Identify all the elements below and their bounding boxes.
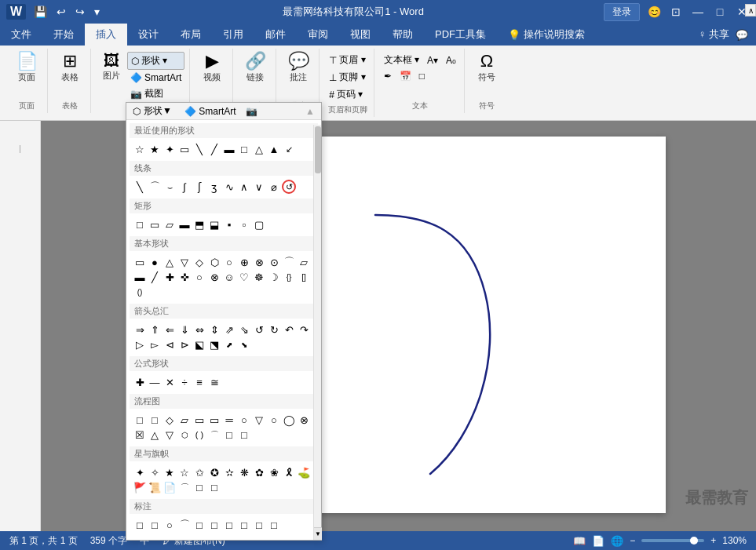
pages-button[interactable]: 📄 页面 xyxy=(11,50,42,86)
print-view-icon[interactable]: 📄 xyxy=(592,535,604,547)
shape-icon[interactable]: ✩ xyxy=(192,465,206,479)
screenshot-button[interactable]: 📷 截图 xyxy=(127,86,184,102)
link-button[interactable]: 🔗 链接 xyxy=(239,50,271,86)
shape-icon[interactable]: ⌒ xyxy=(177,518,192,532)
shape-icon[interactable]: ⇑ xyxy=(148,322,162,337)
shape-icon[interactable]: ⊕ xyxy=(237,255,251,269)
comments-icon[interactable]: 💬 xyxy=(736,29,748,41)
shape-icon[interactable]: □ xyxy=(237,142,251,156)
shape-icon[interactable]: ⬕ xyxy=(192,337,206,351)
pagenumber-button[interactable]: # 页码 ▾ xyxy=(326,86,366,103)
shape-icon[interactable]: □ xyxy=(237,428,251,442)
symbol-button[interactable]: Ω 符号 xyxy=(471,50,502,86)
textbox-button[interactable]: 文本框 ▾ xyxy=(381,52,422,68)
shape-icon[interactable]: ◇ xyxy=(163,413,177,427)
shape-icon[interactable]: ↺ xyxy=(252,322,266,337)
shape-icon[interactable]: ⊳ xyxy=(177,337,192,351)
shape-icon[interactable]: ▭ xyxy=(133,255,147,269)
shape-icon[interactable]: ▻ xyxy=(148,337,162,351)
shape-icon[interactable]: ▱ xyxy=(163,217,177,231)
minimize-icon[interactable]: — xyxy=(690,4,706,20)
table-button[interactable]: ⊞ 表格 xyxy=(54,50,86,86)
shape-icon[interactable]: ☒ xyxy=(133,428,147,442)
scroll-down-arrow[interactable]: ▼ xyxy=(314,527,322,540)
shape-icon[interactable]: ✿ xyxy=(252,465,266,479)
shape-icon[interactable]: □ xyxy=(133,217,147,231)
shape-icon[interactable]: □ xyxy=(222,518,236,532)
comment-button[interactable]: 💬 批注 xyxy=(283,50,314,86)
shape-icon[interactable]: ☽ xyxy=(267,270,281,284)
shape-icon[interactable]: ∿ xyxy=(222,180,236,194)
shape-icon[interactable]: ⊗ xyxy=(207,270,221,284)
shape-icon[interactable]: — xyxy=(148,375,162,389)
shape-icon[interactable]: ✜ xyxy=(177,270,192,284)
shape-icon[interactable]: ≅ xyxy=(207,375,221,389)
shape-icon[interactable]: □ xyxy=(237,518,251,532)
tab-help[interactable]: 帮助 xyxy=(382,24,424,46)
shape-icon[interactable]: ✕ xyxy=(163,375,177,389)
shape-icon[interactable]: ∧ xyxy=(237,180,251,194)
shape-icon[interactable]: △ xyxy=(148,428,162,442)
shape-icon[interactable]: ◯ xyxy=(282,413,296,427)
scroll-up-icon[interactable]: ▲ xyxy=(305,106,315,117)
object-button[interactable]: □ xyxy=(416,69,428,83)
shape-icon[interactable]: ⬔ xyxy=(207,337,221,351)
tab-insert[interactable]: 插入 xyxy=(85,24,127,46)
shape-icon[interactable]: ▫ xyxy=(237,217,251,231)
shape-icon[interactable]: ❀ xyxy=(267,465,281,479)
shape-icon[interactable]: ( ) xyxy=(192,428,206,442)
shape-icon[interactable]: ⌒ xyxy=(207,428,221,442)
shape-icon[interactable]: ▱ xyxy=(297,255,311,269)
shape-icon[interactable]: □ xyxy=(207,518,221,532)
zoom-level[interactable]: 130% xyxy=(722,535,747,546)
shape-icon[interactable]: ✚ xyxy=(163,270,177,284)
shape-icon[interactable]: ✪ xyxy=(207,465,221,479)
shape-icon[interactable]: ★ xyxy=(163,465,177,479)
tab-references[interactable]: 引用 xyxy=(212,24,254,46)
shape-icon[interactable]: ⊗ xyxy=(252,255,266,269)
shape-icon[interactable]: ▭ xyxy=(177,142,192,156)
shape-icon[interactable]: ⬒ xyxy=(192,217,206,231)
shape-icon[interactable]: ↶ xyxy=(282,322,296,337)
shape-icon[interactable]: ○ xyxy=(237,413,251,427)
shape-icon[interactable]: ╱ xyxy=(148,270,162,284)
customize-icon[interactable]: ▾ xyxy=(91,4,103,20)
zoom-slider[interactable] xyxy=(641,539,704,542)
smartart-panel-btn[interactable]: 🔷 SmartArt xyxy=(184,106,236,117)
shape-icon[interactable]: ⇔ xyxy=(192,322,206,337)
shape-icon[interactable]: [] xyxy=(297,270,311,284)
ribbon-collapse-icon[interactable]: ⊡ xyxy=(668,4,684,20)
signatureline-button[interactable]: ✒ xyxy=(381,69,395,83)
shape-icon[interactable]: ● xyxy=(148,255,162,269)
shape-icon[interactable]: ▬ xyxy=(133,270,147,284)
shape-icon[interactable]: ⬈ xyxy=(222,337,236,351)
shape-icon[interactable]: ⌒ xyxy=(177,480,192,494)
shape-icon[interactable]: ★ xyxy=(148,142,162,156)
undo-icon[interactable]: ↩ xyxy=(53,4,69,20)
shape-icon[interactable]: ▪ xyxy=(222,217,236,231)
shape-icon[interactable]: △ xyxy=(163,255,177,269)
shape-icon[interactable]: □ xyxy=(133,518,147,532)
shape-icon[interactable]: ⇐ xyxy=(163,322,177,337)
shape-icon[interactable]: ✦ xyxy=(133,465,147,479)
shape-icon[interactable]: □ xyxy=(192,480,206,494)
shape-icon[interactable]: ○ xyxy=(163,518,177,532)
read-view-icon[interactable]: 📖 xyxy=(573,535,586,547)
shape-icon[interactable]: ⌀ xyxy=(267,180,281,194)
shape-icon[interactable]: ⇓ xyxy=(177,322,192,337)
login-button[interactable]: 登录 xyxy=(604,3,640,21)
shape-icon[interactable]: ⇗ xyxy=(222,322,236,337)
shape-icon[interactable]: ▱ xyxy=(177,413,192,427)
shape-icon[interactable]: ▽ xyxy=(163,428,177,442)
footer-button[interactable]: ⊥ 页脚 ▾ xyxy=(326,69,368,86)
scrollbar-thumb[interactable] xyxy=(315,126,321,173)
shape-icon[interactable]: ▬ xyxy=(177,217,192,231)
shape-icon[interactable]: ╱ xyxy=(207,142,221,156)
shape-icon[interactable]: □ xyxy=(207,480,221,494)
panel-scrollbar[interactable]: ▼ xyxy=(313,125,321,540)
shape-icon[interactable]: ⊲ xyxy=(163,337,177,351)
shape-icon[interactable]: □ xyxy=(267,518,281,532)
shape-icon[interactable]: □ xyxy=(222,428,236,442)
shape-icon[interactable]: ⌒ xyxy=(282,255,296,269)
shape-icon[interactable]: ⊗ xyxy=(297,413,311,427)
